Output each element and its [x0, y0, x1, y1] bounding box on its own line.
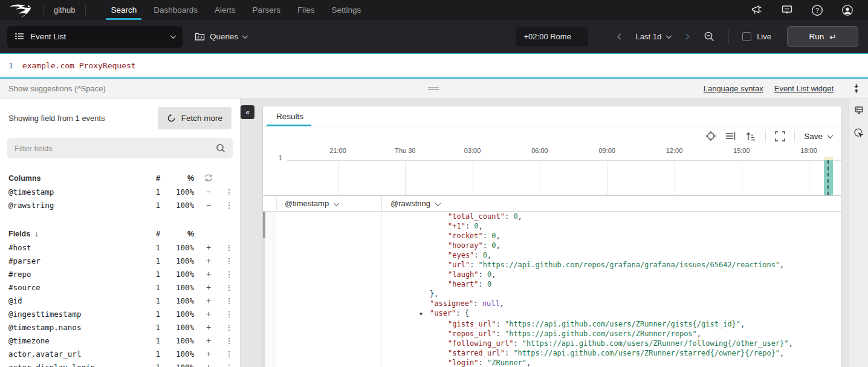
- topnav-right-icons: ?: [751, 4, 860, 16]
- nav-item-search[interactable]: Search: [102, 0, 145, 20]
- add-field-button[interactable]: +: [194, 269, 223, 279]
- field-menu-icon[interactable]: ⋮: [223, 187, 235, 196]
- sort-ascending-icon[interactable]: [745, 131, 756, 141]
- field-name[interactable]: @timestamp.nanos: [8, 323, 143, 332]
- add-field-button[interactable]: +: [194, 256, 223, 265]
- queries-dropdown[interactable]: Queries: [195, 32, 247, 41]
- field-menu-icon[interactable]: ⋮: [223, 310, 235, 319]
- save-dropdown[interactable]: Save: [804, 132, 832, 141]
- zoom-out-time-icon[interactable]: [704, 31, 715, 42]
- field-menu-icon[interactable]: ⋮: [223, 256, 235, 265]
- field-name[interactable]: @id: [8, 296, 143, 305]
- language-syntax-link[interactable]: Language syntax: [704, 84, 763, 93]
- x-axis-tick: Thu 30: [395, 147, 415, 154]
- sort-descending-icon[interactable]: ↓: [34, 230, 38, 238]
- resize-handle[interactable]: [428, 87, 439, 90]
- filter-fields-box[interactable]: [7, 138, 233, 158]
- field-name[interactable]: actor.avatar_url: [8, 349, 143, 359]
- megaphone-icon[interactable]: [751, 4, 763, 16]
- timezone-button[interactable]: +02:00 Rome: [516, 27, 588, 47]
- crosshair-icon[interactable]: [705, 131, 716, 141]
- add-field-button[interactable]: +: [194, 336, 223, 345]
- add-field-button[interactable]: +: [194, 362, 223, 367]
- live-toggle[interactable]: Live: [742, 32, 771, 41]
- field-menu-icon[interactable]: ⋮: [223, 323, 235, 332]
- repository-name[interactable]: github: [51, 5, 77, 15]
- view-selector-label: Event List: [30, 32, 66, 41]
- field-percent: 100%: [160, 336, 194, 345]
- field-menu-icon[interactable]: ⋮: [223, 270, 235, 279]
- fullscreen-icon[interactable]: [775, 131, 785, 141]
- add-field-button[interactable]: +: [194, 349, 223, 359]
- nav-item-files[interactable]: Files: [289, 0, 323, 20]
- field-menu-icon[interactable]: ⋮: [223, 201, 235, 210]
- query-text[interactable]: example.com ProxyRequest: [22, 61, 136, 70]
- field-row: actor.avatar_url1100%+⋮: [0, 347, 240, 360]
- remove-column-button[interactable]: −: [194, 187, 223, 196]
- timeline-chart[interactable]: 1 21:00Thu 3003:0006:0009:0012:0015:0018…: [263, 146, 841, 195]
- feedback-icon[interactable]: [781, 4, 793, 16]
- nav-item-alerts[interactable]: Alerts: [206, 0, 244, 20]
- field-count: 1: [143, 349, 160, 359]
- field-name[interactable]: #host: [8, 243, 143, 252]
- nav-item-parsers[interactable]: Parsers: [244, 0, 290, 20]
- live-checkbox[interactable]: [742, 32, 751, 41]
- time-step-forward-button[interactable]: [681, 31, 691, 42]
- field-name[interactable]: @ingesttimestamp: [8, 310, 143, 319]
- interactions-icon[interactable]: [853, 126, 865, 138]
- event-list-widget-link[interactable]: Event List widget: [774, 84, 834, 93]
- field-percent: 100%: [160, 201, 194, 210]
- field-name[interactable]: #source: [8, 283, 143, 292]
- remove-column-button[interactable]: −: [194, 200, 223, 210]
- field-name[interactable]: @timestamp: [8, 187, 143, 196]
- add-field-button[interactable]: +: [194, 296, 223, 305]
- field-menu-icon[interactable]: ⋮: [223, 243, 235, 252]
- nav-item-dashboards[interactable]: Dashboards: [145, 0, 206, 20]
- results-table-body: "total_count": 0,"+1": 0,"rocket": 0,"ho…: [263, 212, 841, 367]
- help-icon[interactable]: ?: [811, 4, 823, 16]
- column-header-rawstring[interactable]: @rawstring: [390, 196, 440, 212]
- field-percent: 100%: [160, 349, 194, 359]
- collapse-vertical-icon[interactable]: [852, 83, 861, 94]
- field-name[interactable]: #parser: [8, 256, 143, 265]
- field-menu-icon[interactable]: ⋮: [223, 296, 235, 305]
- vertical-scrollbar[interactable]: [263, 212, 265, 367]
- gridline: [809, 160, 809, 195]
- crowdstrike-falcon-logo[interactable]: [8, 2, 35, 18]
- filter-fields-input[interactable]: [15, 144, 216, 153]
- percent-header: %: [160, 174, 194, 183]
- gridline: [540, 160, 540, 195]
- add-field-button[interactable]: +: [194, 309, 223, 319]
- query-editor[interactable]: 1 example.com ProxyRequest: [0, 53, 868, 79]
- fields-section: Fields ↓ # % #host1100%+⋮#parser1100%+⋮#…: [0, 227, 240, 367]
- field-name[interactable]: @timezone: [8, 336, 143, 345]
- scrollbar-thumb[interactable]: [263, 212, 265, 238]
- view-selector-dropdown[interactable]: Event List: [7, 26, 183, 48]
- collapse-node-icon[interactable]: ▼: [419, 310, 430, 319]
- field-menu-icon[interactable]: ⋮: [223, 349, 235, 359]
- row-density-icon[interactable]: [725, 131, 736, 141]
- nav-item-settings[interactable]: Settings: [323, 0, 370, 20]
- time-step-back-button[interactable]: [615, 31, 626, 42]
- add-field-button[interactable]: +: [194, 282, 223, 292]
- account-icon[interactable]: [841, 4, 853, 16]
- tab-results[interactable]: Results: [276, 106, 303, 126]
- field-menu-icon[interactable]: ⋮: [223, 283, 235, 292]
- field-name[interactable]: actor.display_login: [8, 363, 143, 367]
- data-sources-icon[interactable]: [853, 105, 865, 117]
- field-menu-icon[interactable]: ⋮: [223, 336, 235, 345]
- column-header-timestamp[interactable]: @timestamp: [285, 196, 338, 212]
- fetch-more-button[interactable]: Fetch more: [158, 107, 232, 129]
- field-name[interactable]: @rawstring: [8, 201, 143, 210]
- x-axis-tick: 09:00: [598, 147, 615, 154]
- sync-columns-icon[interactable]: [194, 174, 223, 183]
- queries-label: Queries: [210, 32, 238, 41]
- field-name[interactable]: #repo: [8, 270, 143, 279]
- field-menu-icon[interactable]: ⋮: [223, 363, 235, 367]
- collapse-panel-button[interactable]: «: [241, 105, 254, 119]
- add-field-button[interactable]: +: [194, 322, 223, 332]
- run-button[interactable]: Run ↵: [787, 26, 858, 47]
- add-field-button[interactable]: +: [194, 242, 223, 252]
- chart-toolbar: Save: [705, 131, 832, 141]
- time-range-dropdown[interactable]: Last 1d: [635, 32, 671, 41]
